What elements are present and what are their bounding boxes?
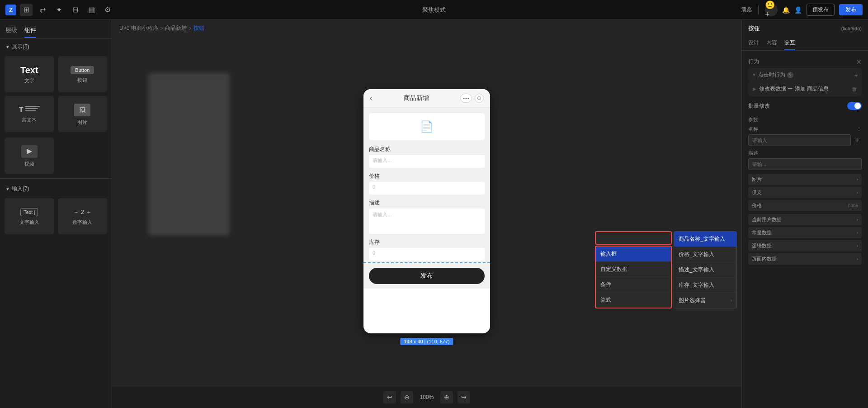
image-label: 图片 bbox=[77, 119, 87, 126]
undo-button[interactable]: ↩ bbox=[383, 391, 396, 403]
none-label: none bbox=[848, 203, 858, 208]
submenu-item-3[interactable]: 描述_文字输入 bbox=[674, 262, 736, 278]
component-numberinput[interactable]: －2＋ 数字输入 bbox=[58, 198, 108, 234]
constant-data-row[interactable]: 常量数据 › bbox=[748, 227, 862, 238]
zoom-out-button[interactable]: ⊖ bbox=[401, 391, 413, 403]
tab-layers[interactable]: 层级 bbox=[5, 24, 17, 38]
submenu-label-5: 图片选择器 bbox=[679, 297, 706, 304]
breadcrumb-part2[interactable]: 商品新增 bbox=[165, 24, 187, 32]
onclick-tooltip[interactable]: ? bbox=[787, 72, 793, 78]
batch-edit-toggle[interactable] bbox=[847, 102, 862, 110]
submenu-item-5[interactable]: 图片选择器 › bbox=[674, 293, 736, 308]
component-textinput[interactable]: Text| 文字输入 bbox=[5, 198, 54, 234]
close-behavior-button[interactable]: ✕ bbox=[856, 58, 862, 66]
adjust-icon[interactable]: ⊟ bbox=[69, 4, 81, 16]
canvas-toolbar: ↩ ⊖ 100% ⊕ ↪ bbox=[112, 386, 741, 408]
submenu-label-4: 库存_文字输入 bbox=[679, 281, 714, 289]
breadcrumb-part1[interactable]: D>0 电商小程序 bbox=[119, 24, 158, 32]
record-dot bbox=[477, 96, 481, 100]
field1-input[interactable]: 请输入... bbox=[369, 155, 485, 168]
section-display[interactable]: ▼ 展示(5) bbox=[0, 38, 112, 53]
zoom-display: 100% bbox=[418, 394, 436, 400]
top-toolbar: Z ⊞ ⇄ ✦ ⊟ ▦ ⚙ 聚焦模式 预览 🙂+ 🔔 👤 预发布 发布 bbox=[0, 0, 868, 20]
option-input[interactable]: 输入框 bbox=[596, 247, 671, 262]
layout-icon[interactable]: ▦ bbox=[85, 4, 98, 16]
param-desc-row: 描述 bbox=[748, 150, 862, 170]
tab-design[interactable]: 设计 bbox=[748, 36, 759, 50]
param-name-dots[interactable]: ⋮ bbox=[857, 126, 862, 132]
bell-icon[interactable]: 🔔 bbox=[782, 6, 790, 14]
tab-components[interactable]: 组件 bbox=[24, 24, 36, 38]
current-user-row[interactable]: 当前用户数据 › bbox=[748, 214, 862, 225]
panel-subtitle: (lichf9do) bbox=[841, 26, 862, 31]
tab-content[interactable]: 内容 bbox=[766, 36, 777, 50]
main-area: 层级 组件 ▼ 展示(5) Text 文字 Button 按钮 T bbox=[0, 20, 868, 408]
logic-data-row[interactable]: 逻辑数据 › bbox=[748, 240, 862, 251]
field3-textarea[interactable]: 请输入... bbox=[369, 209, 485, 234]
action-delete-button[interactable]: 🗑 bbox=[852, 86, 857, 92]
submit-button[interactable]: 发布 bbox=[369, 268, 485, 284]
dropdown-image-row[interactable]: 图片 › bbox=[748, 174, 862, 185]
current-user-arrow: › bbox=[857, 217, 858, 222]
redo-button[interactable]: ↪ bbox=[458, 391, 470, 403]
pin-icon[interactable]: ✦ bbox=[52, 4, 65, 16]
add-action-button[interactable]: + bbox=[854, 71, 858, 79]
tab-interaction[interactable]: 交互 bbox=[784, 36, 795, 50]
sep-2: > bbox=[189, 25, 192, 32]
component-button[interactable]: Button 按钮 bbox=[58, 56, 108, 92]
right-panel: 按钮 (lichf9do) 设计 内容 交互 行为 ✕ ▼ 点击时行为 ? bbox=[741, 20, 868, 408]
section-input-arrow: ▼ bbox=[5, 186, 10, 191]
submenu-item-1[interactable]: 商品名称_文字输入 bbox=[674, 232, 736, 247]
textinput-label: 文字输入 bbox=[19, 219, 39, 226]
toolbar-left: Z ⊞ ⇄ ✦ ⊟ ▦ ⚙ bbox=[5, 4, 114, 16]
gear-icon[interactable]: ⚙ bbox=[101, 4, 114, 16]
panel-tabs: 设计 内容 交互 bbox=[748, 36, 862, 50]
app-logo[interactable]: Z bbox=[5, 5, 16, 15]
play-icon bbox=[27, 149, 32, 154]
richtext-preview: T bbox=[19, 106, 40, 114]
option-formula[interactable]: 算式 bbox=[596, 293, 671, 308]
publish-button[interactable]: 发布 bbox=[839, 4, 863, 15]
param-name-input[interactable] bbox=[748, 134, 851, 146]
add-user-icon[interactable]: 🙂+ bbox=[765, 4, 778, 16]
share-icon[interactable]: ⇄ bbox=[36, 4, 49, 16]
option-condition[interactable]: 条件 bbox=[596, 277, 671, 293]
grid-icon[interactable]: ⊞ bbox=[20, 4, 33, 16]
dropdown-only-row[interactable]: 仅支 › bbox=[748, 187, 862, 198]
component-text[interactable]: Text 文字 bbox=[5, 56, 54, 92]
option-custom[interactable]: 自定义数据 bbox=[596, 262, 671, 277]
params-title: 参数 bbox=[748, 116, 862, 123]
submenu-item-2[interactable]: 价格_文字输入 bbox=[674, 247, 736, 262]
image-row-label: 图片 bbox=[752, 176, 762, 183]
user-icon[interactable]: 👤 bbox=[794, 6, 802, 14]
field2-input[interactable]: 0 bbox=[369, 182, 485, 195]
prepublish-button[interactable]: 预发布 bbox=[807, 4, 835, 16]
field3-placeholder: 请输入... bbox=[373, 212, 392, 217]
canvas-viewport[interactable]: ‹ 商品新增 ••• bbox=[112, 37, 741, 386]
upload-area[interactable]: 📄 bbox=[369, 113, 485, 140]
more-btn[interactable]: ••• bbox=[460, 94, 472, 103]
dropdown-price-row[interactable]: 价格 none bbox=[748, 200, 862, 211]
record-btn[interactable] bbox=[475, 94, 484, 103]
current-user-label: 当前用户数据 bbox=[752, 216, 782, 223]
image-preview: 🖼 bbox=[74, 104, 90, 116]
breadcrumb: D>0 电商小程序 > 商品新增 > 按钮 bbox=[112, 20, 741, 37]
param-name-plus[interactable]: + bbox=[853, 136, 862, 144]
phone-header: ‹ 商品新增 ••• bbox=[363, 89, 490, 108]
zoom-in-button[interactable]: ⊕ bbox=[440, 391, 453, 403]
component-richtext[interactable]: T 富文本 bbox=[5, 96, 54, 132]
component-video[interactable]: 视频 bbox=[5, 138, 54, 174]
phone-body: 📄 商品名称 请输入... 价格 0 描述 bbox=[363, 108, 490, 289]
numberinput-preview: －2＋ bbox=[73, 208, 92, 216]
submenu-item-4[interactable]: 库存_文字输入 bbox=[674, 278, 736, 293]
action-item-left: ▶ 修改表数据 一 添加 商品信息 bbox=[753, 85, 829, 93]
preview-button[interactable]: 预览 bbox=[741, 6, 752, 14]
sep1 bbox=[758, 5, 759, 14]
component-image[interactable]: 🖼 图片 bbox=[58, 96, 108, 132]
param-desc-input[interactable] bbox=[748, 158, 862, 170]
section-input[interactable]: ▼ 输入(7) bbox=[0, 180, 112, 195]
field4-input[interactable]: 0 bbox=[369, 248, 485, 261]
page-data-row[interactable]: 页面内数据 › bbox=[748, 253, 862, 265]
overlay-dropdown: 输入框 自定义数据 条件 算式 商品名称_文字输入 价格_文字输入 描述_文字输… bbox=[595, 231, 737, 308]
dropdown-search-input[interactable] bbox=[595, 231, 672, 245]
